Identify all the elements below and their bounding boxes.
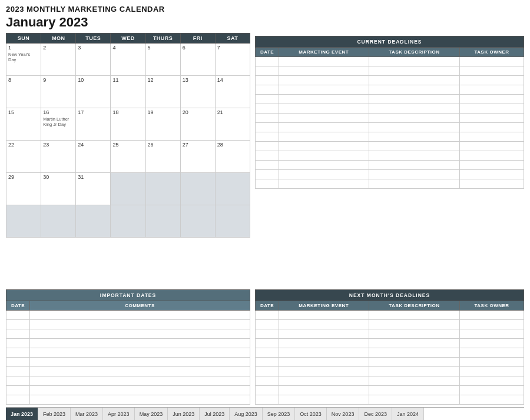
table-cell[interactable]: [30, 367, 250, 376]
tab-item[interactable]: Apr 2023: [103, 408, 135, 420]
table-cell[interactable]: [279, 339, 369, 348]
table-cell[interactable]: [279, 320, 369, 329]
table-cell[interactable]: [460, 132, 524, 142]
table-cell[interactable]: [256, 386, 279, 395]
table-cell[interactable]: [460, 170, 524, 179]
table-cell[interactable]: [256, 161, 279, 170]
table-cell[interactable]: [369, 367, 460, 376]
table-cell[interactable]: [460, 386, 524, 395]
table-cell[interactable]: [6, 358, 30, 367]
table-cell[interactable]: [6, 376, 30, 386]
table-cell[interactable]: [460, 395, 524, 405]
table-cell[interactable]: [256, 367, 279, 376]
table-cell[interactable]: [460, 142, 524, 151]
table-cell[interactable]: [256, 376, 279, 386]
table-cell[interactable]: [369, 123, 460, 132]
table-cell[interactable]: [256, 95, 279, 104]
table-cell[interactable]: [460, 95, 524, 104]
table-cell[interactable]: [279, 85, 369, 95]
table-cell[interactable]: [279, 161, 369, 170]
table-cell[interactable]: [256, 104, 279, 114]
table-cell[interactable]: [256, 85, 279, 95]
table-cell[interactable]: [256, 311, 279, 320]
table-cell[interactable]: [256, 151, 279, 161]
tab-item[interactable]: Nov 2023: [327, 408, 360, 420]
table-cell[interactable]: [460, 104, 524, 114]
table-cell[interactable]: [460, 66, 524, 76]
table-cell[interactable]: [369, 339, 460, 348]
table-cell[interactable]: [256, 57, 279, 66]
table-cell[interactable]: [256, 339, 279, 348]
table-cell[interactable]: [369, 142, 460, 151]
table-cell[interactable]: [460, 339, 524, 348]
table-cell[interactable]: [460, 123, 524, 132]
table-cell[interactable]: [460, 329, 524, 339]
table-cell[interactable]: [6, 329, 30, 339]
table-cell[interactable]: [279, 367, 369, 376]
table-cell[interactable]: [279, 123, 369, 132]
table-cell[interactable]: [369, 170, 460, 179]
table-cell[interactable]: [30, 376, 250, 386]
table-cell[interactable]: [460, 358, 524, 367]
table-cell[interactable]: [256, 123, 279, 132]
table-cell[interactable]: [256, 358, 279, 367]
table-cell[interactable]: [279, 132, 369, 142]
table-cell[interactable]: [30, 395, 250, 405]
table-cell[interactable]: [256, 395, 279, 405]
table-cell[interactable]: [369, 358, 460, 367]
table-cell[interactable]: [369, 104, 460, 114]
table-cell[interactable]: [279, 57, 369, 66]
table-cell[interactable]: [369, 376, 460, 386]
tab-item[interactable]: Jan 2024: [392, 408, 424, 420]
table-cell[interactable]: [279, 151, 369, 161]
table-cell[interactable]: [279, 311, 369, 320]
table-cell[interactable]: [369, 151, 460, 161]
table-cell[interactable]: [6, 386, 30, 395]
table-cell[interactable]: [279, 329, 369, 339]
table-cell[interactable]: [30, 358, 250, 367]
table-cell[interactable]: [30, 348, 250, 358]
table-cell[interactable]: [460, 320, 524, 329]
tab-item[interactable]: Jul 2023: [200, 408, 230, 420]
table-cell[interactable]: [30, 320, 250, 329]
table-cell[interactable]: [279, 66, 369, 76]
table-cell[interactable]: [256, 329, 279, 339]
table-cell[interactable]: [6, 339, 30, 348]
table-cell[interactable]: [279, 76, 369, 85]
table-cell[interactable]: [369, 66, 460, 76]
table-cell[interactable]: [6, 395, 30, 405]
table-cell[interactable]: [279, 179, 369, 189]
table-cell[interactable]: [369, 95, 460, 104]
table-cell[interactable]: [30, 386, 250, 395]
table-cell[interactable]: [279, 104, 369, 114]
table-cell[interactable]: [256, 114, 279, 123]
table-cell[interactable]: [369, 320, 460, 329]
table-cell[interactable]: [369, 132, 460, 142]
table-cell[interactable]: [369, 329, 460, 339]
table-cell[interactable]: [279, 95, 369, 104]
table-cell[interactable]: [369, 85, 460, 95]
tab-item[interactable]: Mar 2023: [71, 408, 103, 420]
table-cell[interactable]: [460, 367, 524, 376]
tab-item[interactable]: Aug 2023: [230, 408, 263, 420]
table-cell[interactable]: [460, 161, 524, 170]
table-cell[interactable]: [279, 142, 369, 151]
table-cell[interactable]: [256, 348, 279, 358]
table-cell[interactable]: [460, 151, 524, 161]
table-cell[interactable]: [256, 132, 279, 142]
table-cell[interactable]: [460, 57, 524, 66]
table-cell[interactable]: [256, 170, 279, 179]
table-cell[interactable]: [369, 114, 460, 123]
table-cell[interactable]: [460, 311, 524, 320]
table-cell[interactable]: [369, 395, 460, 405]
table-cell[interactable]: [279, 386, 369, 395]
table-cell[interactable]: [256, 179, 279, 189]
tab-item[interactable]: May 2023: [135, 408, 168, 420]
table-cell[interactable]: [460, 376, 524, 386]
table-cell[interactable]: [30, 329, 250, 339]
table-cell[interactable]: [6, 320, 30, 329]
table-cell[interactable]: [460, 114, 524, 123]
table-cell[interactable]: [279, 114, 369, 123]
tab-item[interactable]: Dec 2023: [359, 408, 392, 420]
table-cell[interactable]: [6, 367, 30, 376]
